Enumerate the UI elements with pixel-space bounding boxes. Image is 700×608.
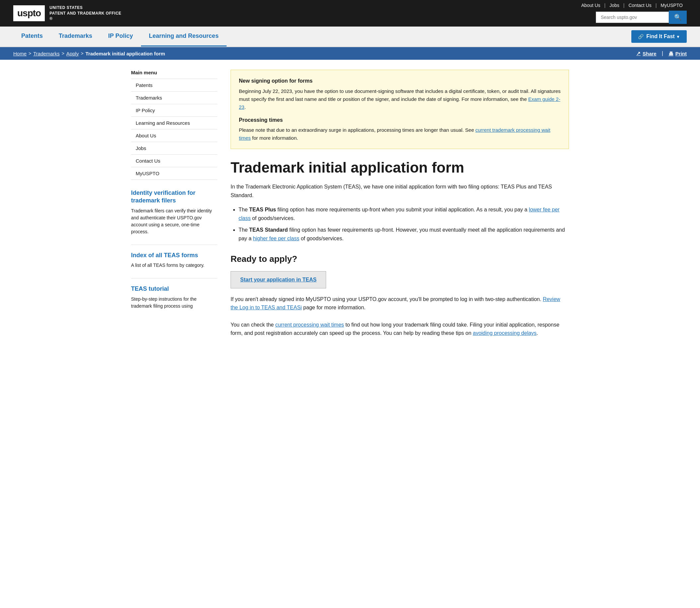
sidebar-nav: Patents Trademarks IP Policy Learning an… <box>131 79 217 180</box>
search-input[interactable] <box>596 12 669 23</box>
sidebar-identity-body: Trademark filers can verify their identi… <box>131 207 217 235</box>
find-fast-label: Find It Fast <box>646 34 675 39</box>
breadcrumb-actions: ↗ Share | 🖶 Print <box>636 51 687 56</box>
teas-plus-bold: TEAS Plus <box>249 207 276 212</box>
sidebar-section-teas-index: Index of all TEAS forms A list of all TE… <box>131 245 217 269</box>
search-bar: 🔍 <box>596 11 687 24</box>
sidebar-item-jobs[interactable]: Jobs <box>131 142 217 155</box>
sidebar-item-contact[interactable]: Contact Us <box>131 155 217 167</box>
processing-times-link[interactable]: current processing wait times <box>275 322 344 327</box>
notice-body-2: Please note that due to an extraordinary… <box>239 126 561 142</box>
search-button[interactable]: 🔍 <box>669 11 687 24</box>
sidebar-item-about[interactable]: About Us <box>131 129 217 142</box>
start-teas-button[interactable]: Start your application in TEAS <box>231 271 326 288</box>
page-title: Trademark initial application form <box>231 159 569 176</box>
sidebar-teas-index-body: A list of all TEAS forms by category. <box>131 262 217 269</box>
breadcrumb-home[interactable]: Home <box>13 51 26 56</box>
print-link[interactable]: 🖶 Print <box>668 51 687 56</box>
top-nav: About Us | Jobs | Contact Us | MyUSPTO <box>577 3 687 8</box>
logo-box: uspto <box>13 5 45 21</box>
nav-learning[interactable]: Learning and Resources <box>141 26 227 46</box>
logo-subtext-line1: UNITED STATES <box>50 5 121 11</box>
search-icon: 🔍 <box>674 14 681 21</box>
top-nav-myuspto[interactable]: MyUSPTO <box>657 3 687 8</box>
logo-text: uspto <box>17 8 41 19</box>
nav-trademarks[interactable]: Trademarks <box>51 26 100 46</box>
top-header: uspto UNITED STATES PATENT AND TRADEMARK… <box>0 0 700 26</box>
teas-plus-bullet: The TEAS Plus filing option has more req… <box>238 205 569 222</box>
sidebar-item-myuspto[interactable]: MyUSPTO <box>131 167 217 180</box>
main-content: New signing option for forms Beginning J… <box>231 70 569 338</box>
sidebar-item-ip-policy[interactable]: IP Policy <box>131 104 217 117</box>
print-label: Print <box>676 51 687 56</box>
sidebar-teas-index-title[interactable]: Index of all TEAS forms <box>131 251 217 259</box>
page-layout: Main menu Patents Trademarks IP Policy L… <box>118 60 582 347</box>
nav-patents[interactable]: Patents <box>13 26 51 46</box>
top-nav-contact[interactable]: Contact Us <box>624 3 655 8</box>
breadcrumb-apply[interactable]: Apply <box>66 51 79 56</box>
breadcrumb-bar: Home > Trademarks > Apply > Trademark in… <box>0 47 700 60</box>
processing-paragraph: You can check the current processing wai… <box>231 321 569 338</box>
notice-title-2: Processing times <box>239 116 561 125</box>
filing-options-list: The TEAS Plus filing option has more req… <box>238 205 569 243</box>
share-icon: ↗ <box>636 51 641 56</box>
teas-standard-bullet: The TEAS Standard filing option has fewe… <box>238 226 569 243</box>
avoiding-delays-link[interactable]: avoiding processing delays <box>473 330 537 336</box>
sidebar-identity-title[interactable]: Identity verification for trademark file… <box>131 189 217 205</box>
logo-subtext: UNITED STATES PATENT AND TRADEMARK OFFIC… <box>50 5 121 22</box>
notice-title-1: New signing option for forms <box>239 77 561 85</box>
sidebar-teas-tutorial-body: Step-by-step instructions for the tradem… <box>131 296 217 310</box>
page-intro: In the Trademark Electronic Application … <box>231 183 569 200</box>
sidebar-item-learning[interactable]: Learning and Resources <box>131 117 217 129</box>
notice-body-1: Beginning July 22, 2023, you have the op… <box>239 87 561 111</box>
share-label: Share <box>643 51 657 56</box>
sidebar-section-identity: Identity verification for trademark file… <box>131 189 217 235</box>
sidebar-item-trademarks[interactable]: Trademarks <box>131 92 217 104</box>
find-fast-button[interactable]: Find It Fast <box>631 30 687 43</box>
main-nav: Patents Trademarks IP Policy Learning an… <box>0 26 700 47</box>
after-apply-paragraph: If you aren't already signed into MyUSPT… <box>231 295 569 312</box>
sidebar-item-patents[interactable]: Patents <box>131 79 217 92</box>
top-nav-jobs[interactable]: Jobs <box>605 3 623 8</box>
ready-to-apply-heading: Ready to apply? <box>231 252 569 266</box>
sidebar-main-menu-label: Main menu <box>131 70 217 75</box>
breadcrumb-current: Trademark initial application form <box>85 51 165 56</box>
print-icon: 🖶 <box>668 51 674 56</box>
teas-standard-bold: TEAS Standard <box>249 227 288 233</box>
sidebar: Main menu Patents Trademarks IP Policy L… <box>131 70 217 338</box>
nav-ip-policy[interactable]: IP Policy <box>100 26 141 46</box>
logo-subtext-line2: PATENT AND TRADEMARK OFFICE ® <box>50 11 121 22</box>
higher-fee-link[interactable]: higher fee per class <box>253 235 299 241</box>
notice-box: New signing option for forms Beginning J… <box>231 70 569 149</box>
breadcrumb: Home > Trademarks > Apply > Trademark in… <box>13 51 165 56</box>
page-body: The TEAS Plus filing option has more req… <box>231 205 569 338</box>
share-link[interactable]: ↗ Share <box>636 51 657 56</box>
breadcrumb-trademarks[interactable]: Trademarks <box>33 51 59 56</box>
sidebar-section-teas-tutorial: TEAS tutorial Step-by-step instructions … <box>131 278 217 309</box>
top-nav-about[interactable]: About Us <box>577 3 604 8</box>
header-right: About Us | Jobs | Contact Us | MyUSPTO 🔍 <box>577 3 687 24</box>
sidebar-teas-tutorial-title[interactable]: TEAS tutorial <box>131 285 217 293</box>
logo-area: uspto UNITED STATES PATENT AND TRADEMARK… <box>13 5 121 22</box>
